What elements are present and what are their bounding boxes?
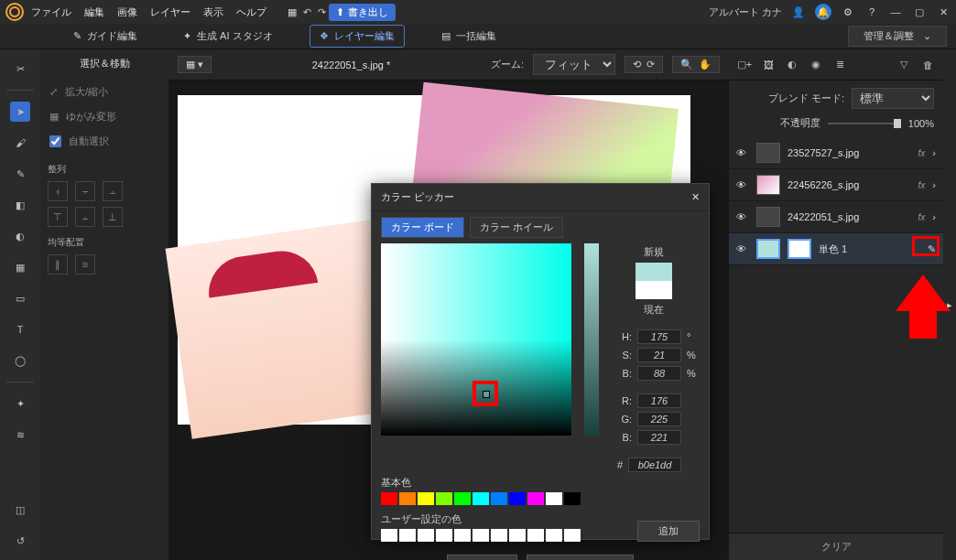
effects-tool[interactable]: ✦ [10,393,30,414]
add-color-button[interactable]: 追加 [637,521,700,542]
tab-batch[interactable]: ▤一括編集 [432,26,505,47]
sv-cursor[interactable] [473,381,498,406]
autoselect-option[interactable]: 自動選択 [48,129,161,154]
maximize-icon[interactable]: ▢ [912,5,927,19]
list-icon[interactable]: ≣ [831,57,848,73]
swatch[interactable] [381,492,397,505]
menu-layer[interactable]: レイヤー [150,5,190,19]
adjust-tool[interactable]: ≋ [10,425,30,445]
zoom-option[interactable]: ⤢拡大/縮小 [48,80,161,104]
chevron-right-icon[interactable]: › [932,211,936,222]
tab-guide[interactable]: ✎ガイド編集 [64,26,147,47]
swatch[interactable] [564,492,581,505]
r-input[interactable] [637,393,681,408]
zoom-select[interactable]: フィット [533,54,615,75]
h-input[interactable] [637,329,681,344]
swatch[interactable] [491,529,507,542]
tab-color-board[interactable]: カラー ボード [381,217,464,238]
shape-tool[interactable]: ▭ [10,288,30,308]
visibility-icon[interactable]: 👁 [736,147,749,158]
align-left[interactable]: ⫞ [48,181,68,201]
opacity-slider[interactable] [828,123,901,124]
menu-edit[interactable]: 編集 [84,5,104,19]
eraser-tool[interactable]: ◧ [10,195,30,215]
close-icon[interactable]: ✕ [936,5,951,19]
distribute-h[interactable]: ∥ [48,254,68,275]
swatch[interactable] [381,529,397,542]
ok-button[interactable]: OK [447,555,518,560]
visibility-icon[interactable]: 👁 [736,179,749,190]
swatch[interactable] [473,529,489,542]
align-center-v[interactable]: ⫠ [75,207,95,227]
tab-color-wheel[interactable]: カラー ホイール [470,217,563,238]
mask-icon[interactable]: ◐ [784,57,800,73]
visibility-icon[interactable]: 👁 [736,211,749,222]
swatch[interactable] [399,529,416,542]
sv-field[interactable] [381,243,571,436]
swatch[interactable] [454,492,471,505]
tab-layer[interactable]: ❖レイヤー編集 [310,25,405,48]
swatch[interactable] [491,492,507,505]
autoselect-checkbox[interactable] [49,135,61,147]
align-right[interactable]: ⫠ [103,181,123,201]
layer-item[interactable]: 👁単色 1✎ [729,233,943,265]
redo-icon[interactable]: ↷ [314,5,329,19]
distribute-v[interactable]: ≡ [75,254,95,275]
align-bottom[interactable]: ⊥ [103,207,123,227]
swatch[interactable] [418,529,434,542]
hand-icon[interactable]: ✋ [699,59,712,70]
swatch[interactable] [436,492,452,505]
swatch[interactable] [436,529,452,542]
filter-icon[interactable]: ▽ [896,57,912,73]
rotate-right-icon[interactable]: ⟳ [646,59,655,70]
help-icon[interactable]: ? [864,5,879,19]
settings-icon[interactable]: ⚙ [841,5,855,19]
swatch[interactable] [473,492,489,505]
clear-button[interactable]: クリア [729,533,943,560]
add-image-icon[interactable]: 🖼 [760,57,777,73]
chevron-right-icon[interactable]: › [932,179,936,190]
crop-tool[interactable]: ✂ [10,59,30,79]
layer-item[interactable]: 👁24222051_s.jpgfx› [729,201,943,233]
s-input[interactable] [637,348,681,362]
swatch[interactable] [527,529,544,542]
b2-input[interactable] [637,430,681,445]
layer-item[interactable]: 👁22456226_s.jpgfx› [729,169,943,201]
trash-icon[interactable]: 🗑 [919,57,936,73]
align-top[interactable]: ⊤ [48,207,68,227]
fill-tool[interactable]: ▦ [10,257,30,277]
swatch[interactable] [399,492,416,505]
undo-icon[interactable]: ↶ [299,5,314,19]
grid-dropdown[interactable]: ▦ ▾ [178,56,212,73]
add-layer-icon[interactable]: ▢+ [736,57,753,73]
hex-input[interactable] [628,458,681,472]
tab-ai[interactable]: ✦生成 AI スタジオ [174,26,282,47]
minimize-icon[interactable]: — [888,5,903,19]
move-tool[interactable]: ➤ [10,102,30,122]
hue-slider[interactable] [584,243,599,436]
swatch[interactable] [546,529,562,542]
ellipse-tool[interactable]: ◯ [10,350,30,371]
user-icon[interactable]: 👤 [791,5,806,19]
dialog-close-icon[interactable]: ✕ [691,191,700,203]
cancel-button[interactable]: キャンセル [527,555,634,560]
swatch[interactable] [509,492,526,505]
chevron-right-icon[interactable]: › [932,147,936,158]
rotate-left-icon[interactable]: ⟲ [633,59,641,70]
magnifier-icon[interactable]: 🔍 [680,59,693,70]
gradient-tool[interactable]: ◐ [10,226,30,246]
notification-icon[interactable]: 🔔 [815,4,831,20]
g-input[interactable] [637,412,681,426]
swatch[interactable] [546,492,562,505]
swatch[interactable] [509,529,526,542]
menu-view[interactable]: 表示 [203,5,223,19]
warp-option[interactable]: ▦ゆがみ変形 [48,104,161,129]
text-tool[interactable]: T [10,319,30,339]
swatch[interactable] [564,529,581,542]
brush-tool[interactable]: 🖌 [10,133,30,153]
swatch[interactable] [418,492,434,505]
pencil-tool[interactable]: ✎ [10,164,30,184]
adjust-layer-icon[interactable]: ◉ [808,57,824,73]
reset-tool[interactable]: ↺ [10,531,30,551]
export-button[interactable]: ⬆書き出し [329,4,396,21]
